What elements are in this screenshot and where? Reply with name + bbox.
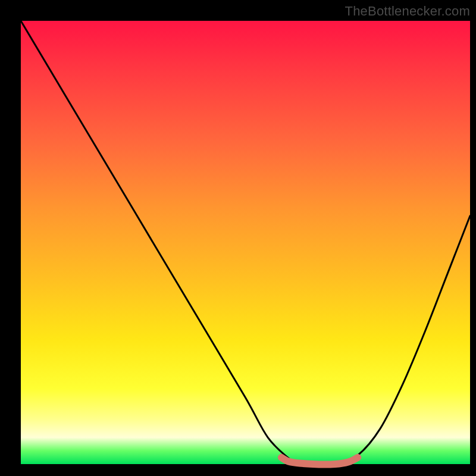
optimal-range: [281, 458, 358, 465]
chart-frame: TheBottlenecker.com: [0, 0, 476, 476]
bottleneck-curve: [21, 21, 470, 465]
attribution-text: TheBottlenecker.com: [345, 4, 470, 19]
plot-area: [21, 21, 470, 464]
chart-svg: [21, 21, 470, 464]
